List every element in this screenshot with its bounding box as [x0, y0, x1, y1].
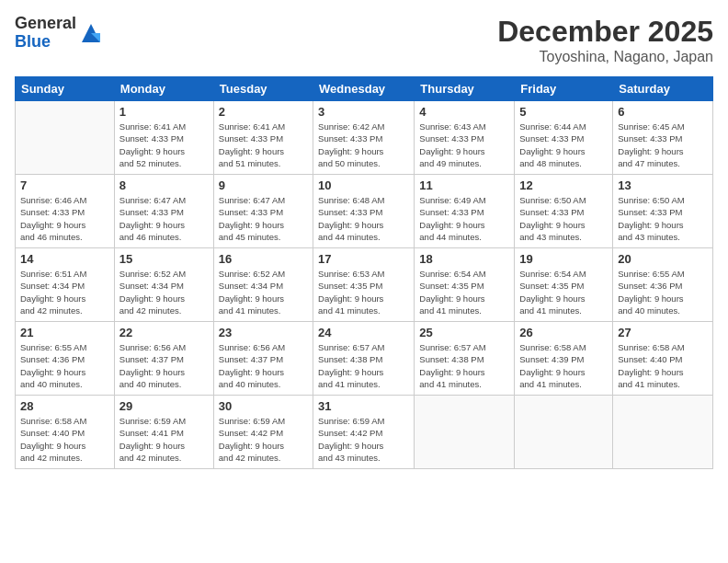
day-number: 27: [618, 326, 708, 339]
calendar-cell: 16Sunrise: 6:52 AM Sunset: 4:34 PM Dayli…: [213, 248, 313, 322]
month-title: December 2025: [497, 15, 713, 49]
calendar-week-row: 21Sunrise: 6:55 AM Sunset: 4:36 PM Dayli…: [16, 322, 713, 396]
day-info: Sunrise: 6:59 AM Sunset: 4:41 PM Dayligh…: [119, 415, 209, 464]
day-info: Sunrise: 6:50 AM Sunset: 4:33 PM Dayligh…: [618, 194, 708, 243]
day-number: 11: [419, 178, 509, 192]
day-number: 13: [618, 178, 708, 192]
day-info: Sunrise: 6:41 AM Sunset: 4:33 PM Dayligh…: [219, 121, 308, 169]
day-info: Sunrise: 6:56 AM Sunset: 4:37 PM Dayligh…: [119, 341, 209, 390]
day-number: 17: [318, 252, 409, 266]
calendar-cell: [415, 396, 515, 469]
calendar-week-row: 28Sunrise: 6:58 AM Sunset: 4:40 PM Dayli…: [16, 396, 713, 469]
calendar-week-row: 14Sunrise: 6:51 AM Sunset: 4:34 PM Dayli…: [16, 248, 713, 322]
day-info: Sunrise: 6:50 AM Sunset: 4:33 PM Dayligh…: [519, 194, 608, 243]
calendar: SundayMondayTuesdayWednesdayThursdayFrid…: [15, 76, 713, 469]
day-number: 23: [219, 326, 308, 339]
day-info: Sunrise: 6:43 AM Sunset: 4:33 PM Dayligh…: [419, 121, 509, 169]
day-number: 19: [519, 252, 608, 266]
weekday-header: Tuesday: [213, 77, 313, 101]
calendar-cell: 6Sunrise: 6:45 AM Sunset: 4:33 PM Daylig…: [613, 101, 713, 175]
calendar-cell: 2Sunrise: 6:41 AM Sunset: 4:33 PM Daylig…: [213, 101, 313, 175]
calendar-cell: 1Sunrise: 6:41 AM Sunset: 4:33 PM Daylig…: [114, 101, 213, 175]
weekday-header: Wednesday: [313, 77, 415, 101]
day-info: Sunrise: 6:46 AM Sunset: 4:33 PM Dayligh…: [20, 194, 109, 243]
calendar-cell: 23Sunrise: 6:56 AM Sunset: 4:37 PM Dayli…: [213, 322, 313, 396]
day-number: 21: [20, 326, 109, 339]
calendar-cell: 11Sunrise: 6:49 AM Sunset: 4:33 PM Dayli…: [415, 175, 515, 248]
day-info: Sunrise: 6:55 AM Sunset: 4:36 PM Dayligh…: [618, 268, 708, 316]
day-number: 8: [119, 178, 209, 192]
calendar-cell: 13Sunrise: 6:50 AM Sunset: 4:33 PM Dayli…: [613, 175, 713, 248]
calendar-cell: 14Sunrise: 6:51 AM Sunset: 4:34 PM Dayli…: [16, 248, 115, 322]
day-number: 3: [318, 105, 409, 119]
calendar-cell: 30Sunrise: 6:59 AM Sunset: 4:42 PM Dayli…: [213, 396, 313, 469]
calendar-cell: 25Sunrise: 6:57 AM Sunset: 4:38 PM Dayli…: [415, 322, 515, 396]
day-info: Sunrise: 6:54 AM Sunset: 4:35 PM Dayligh…: [519, 268, 608, 316]
day-info: Sunrise: 6:58 AM Sunset: 4:40 PM Dayligh…: [20, 415, 109, 464]
calendar-week-row: 7Sunrise: 6:46 AM Sunset: 4:33 PM Daylig…: [16, 175, 713, 248]
day-number: 29: [119, 399, 209, 413]
calendar-cell: 27Sunrise: 6:58 AM Sunset: 4:40 PM Dayli…: [613, 322, 713, 396]
day-number: 1: [119, 105, 209, 119]
day-info: Sunrise: 6:52 AM Sunset: 4:34 PM Dayligh…: [219, 268, 308, 316]
day-number: 30: [219, 399, 308, 413]
calendar-cell: 12Sunrise: 6:50 AM Sunset: 4:33 PM Dayli…: [515, 175, 613, 248]
day-info: Sunrise: 6:51 AM Sunset: 4:34 PM Dayligh…: [20, 268, 109, 316]
day-number: 9: [219, 178, 308, 192]
location-title: Toyoshina, Nagano, Japan: [497, 49, 713, 65]
day-number: 16: [219, 252, 308, 266]
day-number: 15: [119, 252, 209, 266]
calendar-cell: 21Sunrise: 6:55 AM Sunset: 4:36 PM Dayli…: [16, 322, 115, 396]
calendar-cell: 9Sunrise: 6:47 AM Sunset: 4:33 PM Daylig…: [213, 175, 313, 248]
day-info: Sunrise: 6:41 AM Sunset: 4:33 PM Dayligh…: [119, 121, 209, 169]
calendar-cell: 3Sunrise: 6:42 AM Sunset: 4:33 PM Daylig…: [313, 101, 415, 175]
day-info: Sunrise: 6:55 AM Sunset: 4:36 PM Dayligh…: [20, 341, 109, 390]
day-info: Sunrise: 6:45 AM Sunset: 4:33 PM Dayligh…: [618, 121, 708, 169]
calendar-cell: 24Sunrise: 6:57 AM Sunset: 4:38 PM Dayli…: [313, 322, 415, 396]
calendar-cell: 17Sunrise: 6:53 AM Sunset: 4:35 PM Dayli…: [313, 248, 415, 322]
calendar-cell: 15Sunrise: 6:52 AM Sunset: 4:34 PM Dayli…: [114, 248, 213, 322]
calendar-cell: [613, 396, 713, 469]
calendar-cell: 20Sunrise: 6:55 AM Sunset: 4:36 PM Dayli…: [613, 248, 713, 322]
day-info: Sunrise: 6:42 AM Sunset: 4:33 PM Dayligh…: [318, 121, 409, 169]
calendar-cell: 19Sunrise: 6:54 AM Sunset: 4:35 PM Dayli…: [515, 248, 613, 322]
header: General Blue December 2025 Toyoshina, Na…: [15, 15, 713, 65]
day-info: Sunrise: 6:56 AM Sunset: 4:37 PM Dayligh…: [219, 341, 308, 390]
day-info: Sunrise: 6:54 AM Sunset: 4:35 PM Dayligh…: [419, 268, 509, 316]
day-number: 18: [419, 252, 509, 266]
logo-general: General: [15, 15, 76, 33]
day-info: Sunrise: 6:47 AM Sunset: 4:33 PM Dayligh…: [219, 194, 308, 243]
day-number: 20: [618, 252, 708, 266]
calendar-week-row: 1Sunrise: 6:41 AM Sunset: 4:33 PM Daylig…: [16, 101, 713, 175]
weekday-header: Friday: [515, 77, 613, 101]
logo-blue: Blue: [15, 33, 76, 52]
day-info: Sunrise: 6:58 AM Sunset: 4:39 PM Dayligh…: [519, 341, 608, 390]
calendar-cell: 8Sunrise: 6:47 AM Sunset: 4:33 PM Daylig…: [114, 175, 213, 248]
day-info: Sunrise: 6:44 AM Sunset: 4:33 PM Dayligh…: [519, 121, 608, 169]
calendar-cell: 22Sunrise: 6:56 AM Sunset: 4:37 PM Dayli…: [114, 322, 213, 396]
day-number: 22: [119, 326, 209, 339]
calendar-cell: [16, 101, 115, 175]
calendar-cell: 5Sunrise: 6:44 AM Sunset: 4:33 PM Daylig…: [515, 101, 613, 175]
day-number: 2: [219, 105, 308, 119]
weekday-header: Monday: [114, 77, 213, 101]
day-info: Sunrise: 6:59 AM Sunset: 4:42 PM Dayligh…: [219, 415, 308, 464]
calendar-cell: 10Sunrise: 6:48 AM Sunset: 4:33 PM Dayli…: [313, 175, 415, 248]
day-number: 28: [20, 399, 109, 413]
day-number: 7: [20, 178, 109, 192]
logo-text: General Blue: [15, 15, 76, 52]
day-number: 31: [318, 399, 409, 413]
weekday-header: Sunday: [16, 77, 115, 101]
logo: General Blue: [15, 15, 104, 52]
day-number: 6: [618, 105, 708, 119]
day-info: Sunrise: 6:49 AM Sunset: 4:33 PM Dayligh…: [419, 194, 509, 243]
weekday-header: Thursday: [415, 77, 515, 101]
day-number: 10: [318, 178, 409, 192]
day-info: Sunrise: 6:47 AM Sunset: 4:33 PM Dayligh…: [119, 194, 209, 243]
day-number: 14: [20, 252, 109, 266]
calendar-cell: 31Sunrise: 6:59 AM Sunset: 4:42 PM Dayli…: [313, 396, 415, 469]
title-section: December 2025 Toyoshina, Nagano, Japan: [497, 15, 713, 65]
day-number: 24: [318, 326, 409, 339]
day-info: Sunrise: 6:57 AM Sunset: 4:38 PM Dayligh…: [419, 341, 509, 390]
day-number: 4: [419, 105, 509, 119]
